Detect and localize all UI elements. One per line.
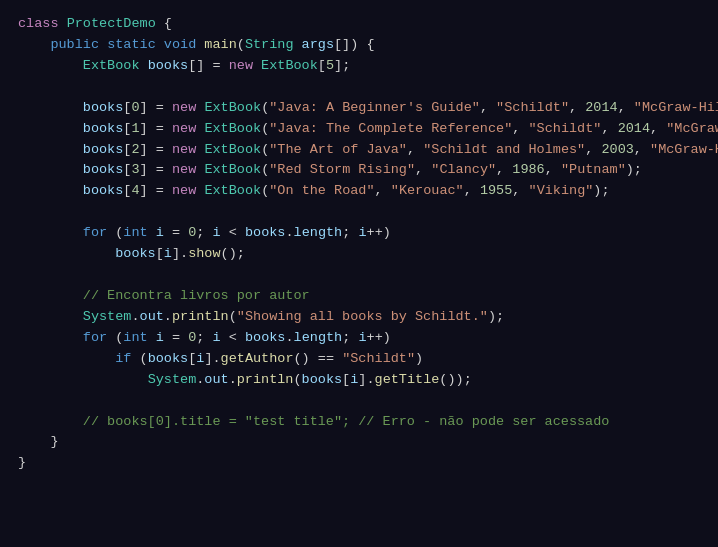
line-8: books[3] = new ExtBook("Red Storm Rising…	[18, 160, 700, 181]
line-7: books[2] = new ExtBook("The Art of Java"…	[18, 140, 700, 161]
line-4	[18, 77, 700, 98]
line-16: for (int i = 0; i < books.length; i++)	[18, 328, 700, 349]
line-2: public static void main(String args[]) {	[18, 35, 700, 56]
line-10	[18, 202, 700, 223]
line-1: class ProtectDemo {	[18, 14, 700, 35]
line-20: // books[0].title = "test title"; // Err…	[18, 412, 700, 433]
code-editor: class ProtectDemo { public static void m…	[0, 0, 718, 547]
line-6: books[1] = new ExtBook("Java: The Comple…	[18, 119, 700, 140]
line-12: books[i].show();	[18, 244, 700, 265]
line-5: books[0] = new ExtBook("Java: A Beginner…	[18, 98, 700, 119]
line-19	[18, 391, 700, 412]
line-21: }	[18, 432, 700, 453]
line-18: System.out.println(books[i].getTitle());	[18, 370, 700, 391]
line-11: for (int i = 0; i < books.length; i++)	[18, 223, 700, 244]
line-13	[18, 265, 700, 286]
line-22: }	[18, 453, 700, 474]
line-15: System.out.println("Showing all books by…	[18, 307, 700, 328]
line-14: // Encontra livros por autor	[18, 286, 700, 307]
line-9: books[4] = new ExtBook("On the Road", "K…	[18, 181, 700, 202]
line-17: if (books[i].getAuthor() == "Schildt")	[18, 349, 700, 370]
line-3: ExtBook books[] = new ExtBook[5];	[18, 56, 700, 77]
